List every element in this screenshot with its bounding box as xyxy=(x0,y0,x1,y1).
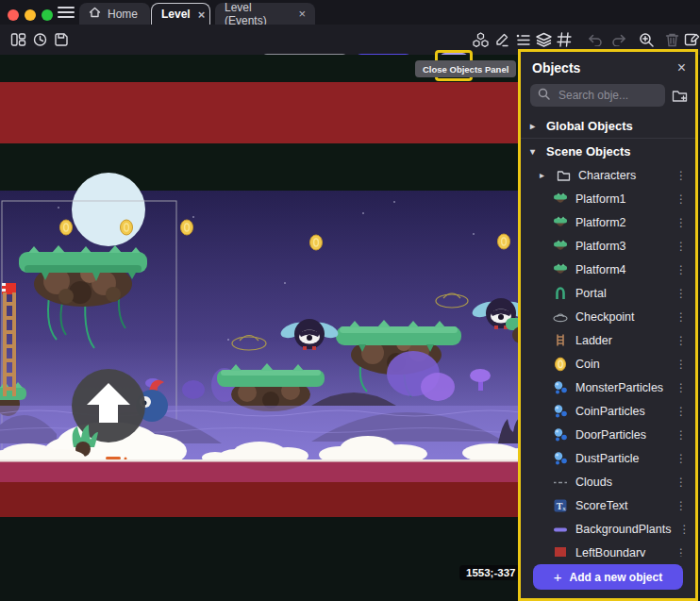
object-label: Characters xyxy=(578,169,636,182)
jump-arrow-object[interactable] xyxy=(72,369,145,442)
object-label: BackgroundPlants xyxy=(575,523,671,536)
object-row-coinparticles[interactable]: CoinParticles⋮ xyxy=(521,399,695,423)
redo-icon[interactable] xyxy=(608,29,629,50)
particles-icon xyxy=(553,380,568,395)
moon-object[interactable] xyxy=(72,173,145,246)
layers-icon[interactable] xyxy=(533,29,554,50)
object-menu-icon[interactable]: ⋮ xyxy=(675,264,687,275)
zoom-in-icon[interactable] xyxy=(636,29,657,50)
close-window-button[interactable] xyxy=(8,9,19,21)
grid-icon[interactable] xyxy=(554,29,575,50)
object-menu-icon[interactable]: ⋮ xyxy=(675,288,687,299)
object-menu-icon[interactable]: ⋮ xyxy=(678,524,690,535)
object-menu-icon[interactable]: ⋮ xyxy=(675,335,687,346)
objects-tree: ▸ Global Objects ▾ Scene Objects ▸Charac… xyxy=(521,114,695,557)
tab-level[interactable]: Level × xyxy=(151,3,210,25)
object-label: Platform1 xyxy=(575,192,626,206)
object-row-backgroundplants[interactable]: BackgroundPlants⋮ xyxy=(521,517,695,541)
folder-icon xyxy=(556,168,571,183)
search-icon xyxy=(538,87,550,104)
object-row-clouds[interactable]: Clouds⋮ xyxy=(521,470,695,493)
tab-level-events[interactable]: Level (Events) × xyxy=(215,3,315,25)
object-menu-icon[interactable]: ⋮ xyxy=(675,500,687,511)
object-row-portal[interactable]: Portal⋮ xyxy=(521,281,695,305)
object-label: Platform2 xyxy=(575,216,626,229)
tooltip: Close Objects Panel xyxy=(415,60,516,77)
undo-icon[interactable] xyxy=(585,29,606,50)
object-row-platform3[interactable]: Platform3⋮ xyxy=(521,234,695,258)
platform-icon xyxy=(553,192,568,207)
objects-panel-header: Objects × xyxy=(521,52,695,82)
coin-icon xyxy=(553,357,568,372)
object-menu-icon[interactable]: ⋮ xyxy=(675,359,687,370)
search-input[interactable] xyxy=(557,88,658,103)
object-row-ladder[interactable]: Ladder⋮ xyxy=(521,328,695,352)
object-row-monsterparticles[interactable]: MonsterParticles⋮ xyxy=(521,376,695,399)
object-menu-icon[interactable]: ⋮ xyxy=(675,476,687,488)
edit-pencil-icon[interactable] xyxy=(492,29,512,50)
chevron-down-icon[interactable]: ▾ xyxy=(530,146,539,157)
object-row-characters[interactable]: ▸Characters⋮ xyxy=(521,163,695,187)
close-tab-icon[interactable]: × xyxy=(198,8,206,21)
object-row-checkpoint[interactable]: Checkpoint⋮ xyxy=(521,305,695,328)
edit-scene-icon[interactable] xyxy=(682,29,700,50)
object-label: LeftBoundary xyxy=(575,546,645,558)
title-bar: Home Level × Level (Events) × xyxy=(0,0,700,25)
history-icon[interactable] xyxy=(29,29,50,50)
object-menu-icon[interactable]: ⋮ xyxy=(675,311,687,323)
add-folder-icon[interactable] xyxy=(672,89,688,103)
scene-editor-canvas[interactable] xyxy=(0,55,528,601)
close-tab-icon[interactable]: × xyxy=(298,8,306,20)
add-new-object-button[interactable]: + Add a new object xyxy=(533,564,683,590)
platform-icon xyxy=(553,239,568,254)
save-icon[interactable] xyxy=(51,29,72,50)
particles-icon xyxy=(553,451,568,466)
object-row-coin[interactable]: Coin⋮ xyxy=(521,352,695,376)
close-panel-icon[interactable]: × xyxy=(677,60,686,75)
object-row-platform1[interactable]: Platform1⋮ xyxy=(521,187,695,210)
object-groups-icon[interactable] xyxy=(470,29,491,50)
project-manager-menu-icon[interactable] xyxy=(58,7,75,19)
object-menu-icon[interactable]: ⋮ xyxy=(675,406,687,417)
object-row-dustparticle[interactable]: DustParticle⋮ xyxy=(521,446,695,470)
svg-text:x: x xyxy=(562,505,566,512)
ground-top-line xyxy=(0,459,528,462)
object-row-scoretext[interactable]: TxScoreText⋮ xyxy=(521,493,695,517)
object-label: CoinParticles xyxy=(575,405,645,418)
ground-crimson-bar[interactable] xyxy=(0,459,528,482)
out-of-bounds-strip xyxy=(0,517,528,601)
top-boundary-object[interactable] xyxy=(0,82,528,143)
layout-panels-icon[interactable] xyxy=(8,29,28,50)
checkpoint-icon xyxy=(553,309,568,325)
section-scene-objects[interactable]: ▾ Scene Objects xyxy=(521,140,695,163)
trash-icon[interactable] xyxy=(661,29,682,50)
object-menu-icon[interactable]: ⋮ xyxy=(675,241,687,252)
tab-label: Home xyxy=(108,8,138,21)
section-global-objects[interactable]: ▸ Global Objects xyxy=(521,114,695,139)
chevron-right-icon[interactable]: ▸ xyxy=(530,121,539,131)
boundary-icon xyxy=(553,545,568,558)
minimize-window-button[interactable] xyxy=(25,9,36,21)
object-menu-icon[interactable]: ⋮ xyxy=(675,170,687,181)
object-menu-icon[interactable]: ⋮ xyxy=(675,453,687,464)
particles-icon xyxy=(553,404,568,419)
object-label: DustParticle xyxy=(575,452,639,465)
object-menu-icon[interactable]: ⋮ xyxy=(675,193,687,205)
bottom-boundary-object[interactable] xyxy=(0,482,528,517)
gdevelop-window: Home Level × Level (Events) × Preview xyxy=(0,0,700,601)
object-menu-icon[interactable]: ⋮ xyxy=(675,382,687,393)
object-row-doorparticles[interactable]: DoorParticles⋮ xyxy=(521,423,695,446)
portal-icon xyxy=(553,286,568,301)
maximize-window-button[interactable] xyxy=(42,9,53,21)
tab-label: Level xyxy=(161,8,191,21)
object-row-leftboundary[interactable]: LeftBoundary⋮ xyxy=(521,541,695,557)
object-menu-icon[interactable]: ⋮ xyxy=(675,217,687,228)
properties-icon[interactable] xyxy=(512,29,533,50)
object-label: Platform3 xyxy=(575,240,626,253)
tab-home[interactable]: Home xyxy=(79,3,150,25)
object-row-platform2[interactable]: Platform2⋮ xyxy=(521,210,695,234)
object-menu-icon[interactable]: ⋮ xyxy=(675,429,687,441)
chevron-right-icon[interactable]: ▸ xyxy=(540,170,548,180)
object-row-platform4[interactable]: Platform4⋮ xyxy=(521,258,695,281)
object-menu-icon[interactable]: ⋮ xyxy=(675,547,687,558)
